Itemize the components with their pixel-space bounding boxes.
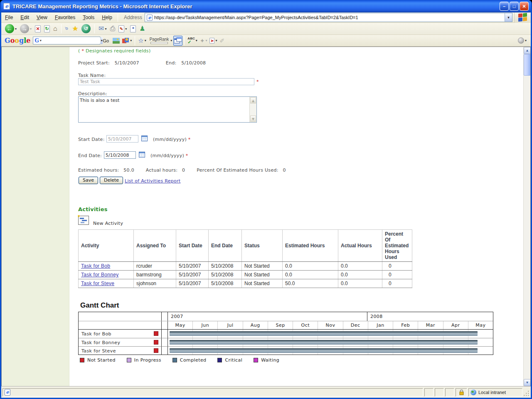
forward-button[interactable]: → ▾ xyxy=(19,23,33,34)
assigned-to-cell: barmstrong xyxy=(134,271,176,279)
bookmarks-dropdown[interactable]: ▾ xyxy=(145,39,146,42)
start-date-label: Start Date: xyxy=(78,137,105,142)
list-of-activities-report-link[interactable]: List of Activities Report xyxy=(125,178,180,184)
address-url[interactable]: https://asp-dev/TasksManagement/Main.asp… xyxy=(154,15,505,20)
actual-hours-label: Actual hours: xyxy=(146,167,178,173)
delete-button[interactable]: Delete xyxy=(100,177,123,184)
menu-tools[interactable]: Tools xyxy=(79,13,98,22)
forward-dropdown[interactable]: ▾ xyxy=(30,27,32,31)
menu-edit[interactable]: Edit xyxy=(17,13,33,22)
required-fields-note: ( * Designates required fields) xyxy=(78,48,150,54)
menu-view[interactable]: View xyxy=(33,13,51,22)
col-header-percent-used: Percent Of Estimated Hours Used xyxy=(382,230,412,262)
autolink-button[interactable]: ✦ ▾ xyxy=(199,36,209,46)
start-date-calendar-icon[interactable] xyxy=(141,135,148,141)
toolbar-separator xyxy=(94,24,95,33)
google-search-box[interactable]: G ▾ ▾ xyxy=(33,37,100,44)
news-dropdown[interactable]: ▾ xyxy=(130,39,132,42)
spellcheck-dropdown[interactable]: ▾ xyxy=(196,39,197,42)
task-name-input[interactable] xyxy=(78,78,254,85)
start-date-cell: 5/10/2007 xyxy=(176,262,209,271)
messenger-button[interactable]: ♟ xyxy=(138,23,146,34)
refresh-button[interactable]: ↻ xyxy=(43,23,51,34)
status-cell: Not Started xyxy=(242,271,283,279)
google-go-button[interactable]: Go xyxy=(103,38,109,43)
task-name-label: Task Name: xyxy=(78,73,106,78)
end-date-input[interactable] xyxy=(104,151,136,159)
save-button[interactable]: Save xyxy=(79,177,98,184)
scroll-down-icon[interactable]: ▼ xyxy=(250,116,256,122)
window-title: TRICARE Management Reporting Metrics - M… xyxy=(12,3,192,10)
col-header-assigned-to: Assigned To xyxy=(134,230,176,262)
col-header-estimated-hours: Estimated Hours xyxy=(283,230,338,262)
legend-item: Completed xyxy=(172,357,207,363)
back-button[interactable]: ← ▾ xyxy=(4,23,18,34)
pagerank-dropdown[interactable]: ▾ xyxy=(170,39,172,42)
menu-favorites[interactable]: Favorites xyxy=(51,13,79,22)
toolbar-separator xyxy=(135,36,135,45)
search-button[interactable]: ⌕ xyxy=(64,23,70,34)
highlight-button[interactable]: ✐ xyxy=(218,36,226,46)
autolink-dropdown[interactable]: ▾ xyxy=(205,39,207,42)
google-search-input[interactable] xyxy=(42,37,101,44)
gantt-month: Apr xyxy=(443,321,468,329)
title-bar: e TRICARE Management Reporting Metrics -… xyxy=(0,0,532,12)
discuss-button[interactable]: ❝ xyxy=(129,23,137,34)
status-lock-panel xyxy=(456,388,467,397)
back-dropdown[interactable]: ▾ xyxy=(15,27,17,31)
menu-help[interactable]: Help xyxy=(98,13,116,22)
new-activity-label[interactable]: New Activity xyxy=(93,221,123,226)
windows-flag-logo xyxy=(514,12,531,23)
gantt-month: Jun xyxy=(192,321,217,329)
legend-item: Waiting xyxy=(254,357,279,363)
resize-grip[interactable] xyxy=(524,389,530,397)
edit-dropdown[interactable]: ▾ xyxy=(125,27,127,31)
close-button[interactable]: ✕ xyxy=(520,2,529,11)
scrollbar-down-icon[interactable]: ▼ xyxy=(524,379,531,386)
edit-button[interactable]: ✎ ▾ xyxy=(117,23,128,34)
menu-file[interactable]: File xyxy=(1,13,17,22)
spellcheck-button[interactable]: ABC ✓ ▾ xyxy=(186,36,198,46)
status-zone-label: Local intranet xyxy=(478,390,506,395)
toolbar-options-dropdown[interactable]: ▾ xyxy=(525,39,527,42)
activity-link[interactable]: Task for Bob xyxy=(81,263,110,269)
description-textarea[interactable]: This is also a test xyxy=(79,97,249,122)
mail-button[interactable]: ✉ ▾ xyxy=(97,23,108,34)
legend-swatch xyxy=(217,358,222,362)
legend-item: Not Started xyxy=(80,357,116,363)
pagerank-indicator: PageRank xyxy=(150,37,169,44)
print-button[interactable]: ⎙ xyxy=(108,23,116,34)
history-button[interactable]: ↺ xyxy=(80,23,92,34)
browser-window: e TRICARE Management Reporting Metrics -… xyxy=(0,0,532,399)
address-bar[interactable]: e https://asp-dev/TasksManagement/Main.a… xyxy=(145,13,512,22)
table-row: Task for Bob rcruder 5/10/2007 5/10/2008… xyxy=(79,262,412,271)
minimize-button[interactable]: – xyxy=(500,2,509,11)
google-news-button[interactable]: ▾ xyxy=(121,36,133,46)
start-date-input[interactable] xyxy=(106,135,138,143)
new-activity-icon[interactable]: ✷ xyxy=(78,216,89,225)
maximize-button[interactable]: □ xyxy=(510,2,519,11)
google-bookmarks-button[interactable]: ☆ ▾ xyxy=(137,36,147,46)
activities-heading: Activities xyxy=(78,206,108,212)
scrollbar-up-icon[interactable]: ▲ xyxy=(524,47,531,54)
pagerank-button[interactable]: PageRank ▾ xyxy=(148,36,174,46)
description-scrollbar[interactable]: ▲ ▼ xyxy=(249,97,256,122)
vertical-scrollbar[interactable]: ▲ ▼ xyxy=(523,47,530,386)
google-images-button[interactable] xyxy=(111,36,121,46)
bookmark-star-icon: ☆ xyxy=(138,37,143,44)
scrollbar-thumb[interactable] xyxy=(524,54,531,76)
activity-link[interactable]: Task for Bonney xyxy=(81,272,119,278)
address-dropdown[interactable]: ▾ xyxy=(505,13,512,22)
end-date-calendar-icon[interactable] xyxy=(139,152,145,158)
popup-blocker-button[interactable] xyxy=(173,36,182,46)
home-button[interactable]: ⌂ xyxy=(52,23,59,34)
google-search-dropdown[interactable]: ▾ xyxy=(101,37,103,44)
toolbar-options-sphere-icon[interactable] xyxy=(518,37,524,44)
favorites-button[interactable]: ★ xyxy=(71,23,79,34)
scroll-up-icon[interactable]: ▲ xyxy=(250,97,256,103)
mail-dropdown[interactable]: ▾ xyxy=(105,27,106,31)
sendto-button[interactable]: ➤ ▾ xyxy=(208,36,218,46)
stop-button[interactable]: ✕ xyxy=(34,23,42,34)
sendto-dropdown[interactable]: ▾ xyxy=(215,39,217,42)
activity-link[interactable]: Task for Steve xyxy=(81,281,114,286)
